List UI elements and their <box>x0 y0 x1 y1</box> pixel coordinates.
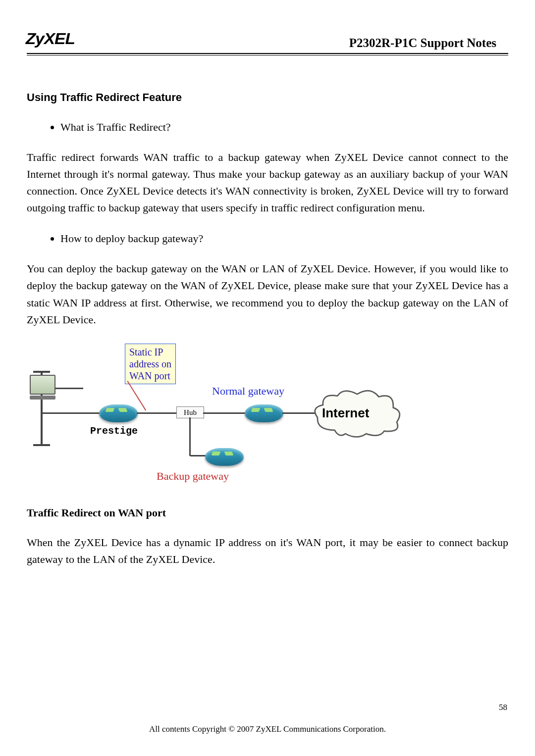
prestige-router-icon <box>99 404 138 422</box>
pc-icon <box>30 375 58 401</box>
prestige-label: Prestige <box>90 425 138 437</box>
internet-label: Internet <box>322 405 369 421</box>
copyright-footer: All contents Copyright © 2007 ZyXEL Comm… <box>0 724 535 734</box>
section-heading: Using Traffic Redirect Feature <box>27 91 508 104</box>
page-number: 58 <box>499 703 507 712</box>
backup-gateway-icon <box>205 448 244 466</box>
normal-gateway-label: Normal gateway <box>212 385 284 398</box>
paragraph-1: Traffic redirect forwards WAN traffic to… <box>27 149 508 216</box>
question-1: What is Traffic Redirect? <box>60 119 508 135</box>
callout-static-ip: Static IP address on WAN port <box>125 344 176 384</box>
backup-gateway-label: Backup gateway <box>157 470 229 483</box>
brand-logo: ZyXEL <box>26 30 75 51</box>
paragraph-2: You can deploy the backup gateway on the… <box>27 260 508 328</box>
hub-box: Hub <box>176 406 204 418</box>
document-title: P2302R-P1C Support Notes <box>349 36 508 51</box>
subheading-traffic-redirect-wan: Traffic Redirect on WAN port <box>27 506 508 519</box>
normal-gateway-icon <box>245 404 283 422</box>
paragraph-3: When the ZyXEL Device has a dynamic IP a… <box>27 534 508 568</box>
question-2: How to deploy backup gateway? <box>60 230 508 247</box>
network-diagram: Static IP address on WAN port Prestige H… <box>27 342 403 489</box>
